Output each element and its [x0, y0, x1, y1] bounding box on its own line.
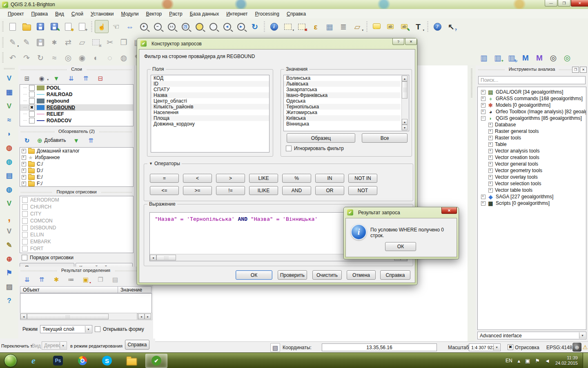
zoom-out-icon[interactable]: −: [151, 20, 164, 33]
operator-button->[interactable]: >: [216, 174, 245, 183]
measure-icon[interactable]: ▱▾: [351, 20, 364, 33]
skype-icon[interactable]: S: [96, 354, 118, 368]
layer-row[interactable]: POOL: [20, 85, 133, 91]
clear-results-icon[interactable]: ▣●: [81, 275, 90, 284]
tree-expander-icon[interactable]: [488, 182, 493, 186]
close-button[interactable]: [571, 0, 588, 7]
add-mssql-layer-icon[interactable]: ◗: [3, 128, 16, 140]
add-virtual-layer-icon[interactable]: V: [3, 225, 16, 237]
result-dialog-titlebar[interactable]: Результат запроса ✕: [344, 207, 459, 218]
tree-expander-icon[interactable]: [488, 142, 493, 147]
combo-arrow-icon[interactable]: [493, 344, 500, 350]
select-by-expression-icon[interactable]: ε: [309, 20, 322, 33]
operator-button-ilike[interactable]: ILIKE: [249, 186, 278, 195]
internet-explorer-icon[interactable]: e: [23, 354, 44, 368]
menu-item[interactable]: Слой: [68, 10, 87, 18]
combo-arrow-icon[interactable]: [579, 332, 586, 339]
operator-button->=[interactable]: >=: [183, 186, 212, 195]
draw-order-row[interactable]: ELLIN: [20, 231, 133, 238]
tree-expander-icon[interactable]: [488, 162, 493, 166]
tree-expander-icon[interactable]: [488, 129, 493, 134]
binoculars-icon[interactable]: ◎: [547, 52, 560, 64]
pan-to-selection-icon[interactable]: ⇔: [123, 20, 136, 33]
value-item[interactable]: Львівська: [284, 81, 401, 87]
minimize-button[interactable]: [545, 0, 557, 7]
value-item[interactable]: Волинська: [284, 75, 401, 81]
toolbox-tree-item[interactable]: Raster tools: [478, 135, 586, 141]
help-button[interactable]: Справка: [380, 270, 410, 280]
refresh-browser-icon[interactable]: ↻: [22, 136, 31, 145]
toolbox-tree-item[interactable]: ◈SAGA [227 geoalgorithms]: [478, 193, 586, 200]
menu-item[interactable]: Интернет: [223, 10, 251, 18]
photoshop-icon[interactable]: Ps: [47, 354, 69, 368]
layer-row[interactable]: RELIEF: [20, 111, 133, 117]
qgis-taskbar-icon[interactable]: ✔: [145, 354, 167, 368]
field-item[interactable]: Центр_області: [151, 98, 269, 104]
field-calculator-icon[interactable]: ≣: [337, 20, 350, 33]
add-wcs-layer-icon[interactable]: ◍: [3, 183, 16, 195]
zoom-last-icon[interactable]: ◂: [220, 20, 234, 33]
draw-order-visibility-checkbox[interactable]: [22, 225, 28, 231]
tree-expander-icon[interactable]: [22, 155, 26, 160]
field-item[interactable]: КОД: [151, 75, 269, 81]
scroll-right-icon[interactable]: [145, 314, 151, 319]
identify-scroll-buttons[interactable]: [138, 313, 152, 320]
tree-expander-icon[interactable]: [22, 162, 26, 166]
collapse-all-icon[interactable]: ⇈: [81, 74, 90, 83]
tray-clock[interactable]: 11:39 24.02.2015: [555, 355, 578, 366]
map-window-icon[interactable]: ▥: [477, 52, 490, 64]
tray-language[interactable]: EN: [506, 358, 512, 364]
operator-button-<=[interactable]: <=: [150, 186, 179, 195]
deselect-all-icon[interactable]: ✖: [295, 20, 308, 33]
close-panel-icon[interactable]: ✕: [580, 67, 587, 73]
field-item[interactable]: Назва: [151, 92, 269, 98]
new-project-icon[interactable]: [6, 20, 19, 33]
draw-order-row[interactable]: FORT: [20, 245, 133, 252]
operator-button-not-in[interactable]: NOT IN: [348, 174, 377, 183]
zoom-next-icon[interactable]: ▸: [234, 20, 247, 33]
zoom-to-selection-icon[interactable]: [193, 20, 206, 33]
open-project-icon[interactable]: [20, 20, 33, 33]
volume-icon[interactable]: ◄: [545, 358, 550, 364]
field-item[interactable]: СПАТУ: [151, 87, 269, 92]
draw-order-visibility-checkbox[interactable]: [22, 211, 28, 217]
toolbox-tree-item[interactable]: Vector creation tools: [478, 154, 586, 161]
browser-item[interactable]: F:/: [20, 180, 133, 187]
menu-item[interactable]: Вектор: [143, 10, 166, 18]
draw-order-row[interactable]: CHURCH: [20, 203, 133, 210]
operator-button-or[interactable]: OR: [315, 186, 344, 195]
draw-order-checkbox[interactable]: [22, 255, 27, 260]
dialog-help-icon[interactable]: ?: [392, 38, 404, 45]
osm-layer-icon[interactable]: ⊕: [3, 253, 16, 265]
value-item[interactable]: Одеська: [284, 98, 401, 104]
zoom-native-icon[interactable]: 1:1: [165, 20, 178, 33]
save-project-as-icon[interactable]: ✎: [48, 20, 61, 33]
add-postgis-layer-icon[interactable]: V: [3, 100, 16, 112]
explorer-folder-icon[interactable]: [121, 354, 142, 368]
tree-expander-icon[interactable]: [481, 110, 486, 114]
map-coordinate-icon[interactable]: ▧: [270, 343, 280, 352]
scroll-up-icon[interactable]: [402, 76, 408, 81]
value-item[interactable]: Вінницька: [284, 121, 401, 127]
tree-expander-icon[interactable]: [481, 96, 486, 101]
draw-order-row[interactable]: CITY: [20, 210, 133, 217]
new-composer-icon[interactable]: ✱: [62, 20, 75, 33]
tree-expander-icon[interactable]: [22, 175, 26, 180]
manage-visibility-icon[interactable]: ◉▾: [37, 74, 46, 83]
value-item[interactable]: Івано-Франківська: [284, 92, 401, 98]
tree-expander-icon[interactable]: [481, 116, 486, 121]
layer-row[interactable]: REGBOUND: [20, 104, 133, 111]
tree-expander-icon[interactable]: [488, 136, 493, 140]
identify-icon[interactable]: i: [267, 20, 281, 33]
metasearch-alt-icon[interactable]: M: [533, 52, 546, 64]
ignore-filter-checkbox[interactable]: [286, 146, 292, 151]
add-raster-layer-icon[interactable]: ▦: [3, 86, 16, 98]
query-dialog-titlebar[interactable]: Конструктор запросов ? ✕: [137, 38, 417, 49]
open-form-checkbox[interactable]: [95, 326, 100, 332]
add-group-icon[interactable]: ⊞: [22, 74, 31, 83]
value-item[interactable]: Закарпатська: [284, 87, 401, 92]
collapse-browser-icon[interactable]: ⇈: [87, 136, 96, 145]
coordinates-input[interactable]: 13.35,56.16: [322, 343, 437, 351]
operator-button-!=[interactable]: !=: [216, 186, 245, 195]
new-shapefile-icon[interactable]: ✎: [3, 239, 16, 251]
